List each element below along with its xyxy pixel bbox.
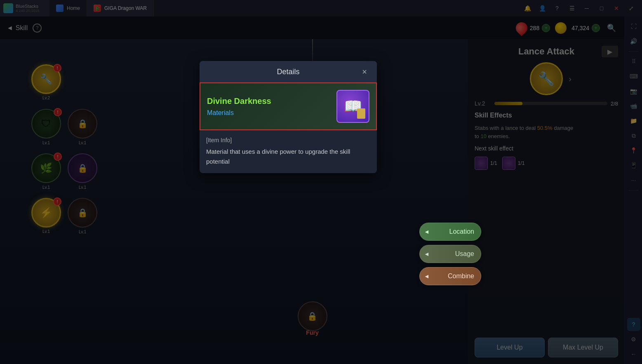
action-buttons: ◄ Location ◄ Usage ◄ Combine <box>419 223 481 285</box>
dialog-body: [Item Info] Material that uses a divine … <box>200 130 377 173</box>
usage-label: Usage <box>455 250 474 258</box>
combine-btn[interactable]: ◄ Combine <box>419 267 481 285</box>
location-label: Location <box>449 228 475 235</box>
dialog-item-highlight: Divine Darkness Materials 📖 <box>200 82 377 130</box>
dialog-header: Details × <box>200 61 377 82</box>
dialog-overlay[interactable]: Details × Divine Darkness Materials 📖 [I… <box>0 0 642 364</box>
details-dialog: Details × Divine Darkness Materials 📖 [I… <box>200 61 377 173</box>
combine-arrow-icon: ◄ <box>424 273 430 279</box>
item-info-tag: [Item Info] <box>206 137 370 143</box>
usage-btn[interactable]: ◄ Usage <box>419 245 481 263</box>
item-type: Materials <box>207 109 271 117</box>
item-book-icon: 📖 <box>336 90 369 123</box>
location-arrow-icon: ◄ <box>424 228 430 235</box>
book-decoration <box>357 108 365 119</box>
item-info-left: Divine Darkness Materials <box>207 96 271 117</box>
dialog-close-btn[interactable]: × <box>359 66 370 77</box>
usage-arrow-icon: ◄ <box>424 251 430 257</box>
combine-label: Combine <box>448 272 474 280</box>
location-btn[interactable]: ◄ Location <box>419 223 481 241</box>
dialog-title: Details <box>218 68 359 76</box>
item-description: Material that uses a divine power to upg… <box>206 147 370 167</box>
item-name: Divine Darkness <box>207 96 271 106</box>
